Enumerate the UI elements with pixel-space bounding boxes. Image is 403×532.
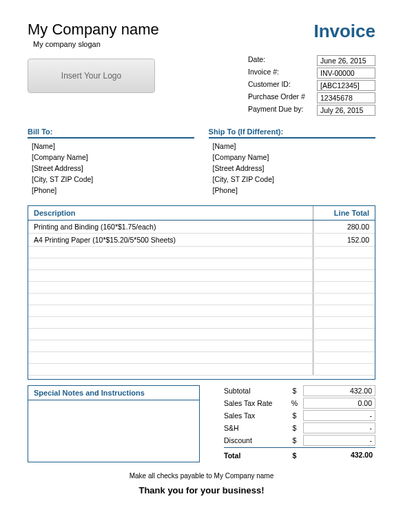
total-label: Total (224, 451, 286, 460)
subtotal-label: Subtotal (224, 387, 286, 395)
dollar-sign: $ (286, 411, 303, 420)
notes-title: Special Notes and Instructions (28, 386, 199, 400)
po-field[interactable]: 12345678 (317, 92, 375, 103)
salestax-value: - (303, 410, 375, 421)
discount-label: Discount (224, 436, 286, 444)
table-row[interactable] (28, 317, 375, 329)
percent-sign: % (286, 399, 303, 407)
bill-city[interactable]: [City, ST ZIP Code] (32, 175, 194, 183)
item-total: 152.00 (313, 234, 375, 246)
ship-company[interactable]: [Company Name] (213, 153, 375, 161)
company-name: My Company name (28, 21, 159, 39)
table-row[interactable] (28, 329, 375, 340)
item-description: A4 Printing Paper (10*$15.20/5*500 Sheet… (28, 234, 313, 246)
subtotal-value: 432.00 (303, 385, 375, 396)
date-label: Date: (248, 55, 317, 66)
ship-to-section: Ship To (If Different): [Name] [Company … (209, 127, 375, 197)
taxrate-value[interactable]: 0.00 (303, 398, 375, 409)
customer-id-label: Customer ID: (248, 80, 317, 91)
sh-value[interactable]: - (303, 422, 375, 433)
discount-value[interactable]: - (303, 435, 375, 446)
table-row[interactable] (28, 282, 375, 294)
bill-company[interactable]: [Company Name] (32, 153, 194, 161)
invoice-meta: Date:June 26, 2015 Invoice #:INV-00000 C… (248, 55, 375, 117)
bill-to-title: Bill To: (28, 127, 194, 139)
total-value: 432.00 (303, 450, 375, 461)
ship-to-title: Ship To (If Different): (209, 127, 375, 139)
invoice-number-label: Invoice #: (248, 68, 317, 79)
thank-you: Thank you for your business! (28, 485, 375, 495)
payable-note: Make all checks payable to My Company na… (28, 472, 375, 480)
item-total: 280.00 (313, 221, 375, 233)
table-row[interactable]: Printing and Binding (160*$1.75/each)280… (28, 221, 375, 234)
notes-body[interactable] (28, 400, 199, 459)
invoice-number-field[interactable]: INV-00000 (317, 68, 375, 79)
ship-street[interactable]: [Street Address] (213, 164, 375, 172)
ship-name[interactable]: [Name] (213, 142, 375, 150)
logo-placeholder[interactable]: Insert Your Logo (28, 59, 155, 93)
table-row[interactable]: A4 Printing Paper (10*$15.20/5*500 Sheet… (28, 234, 375, 247)
table-row[interactable] (28, 305, 375, 317)
bill-name[interactable]: [Name] (32, 142, 194, 150)
dollar-sign: $ (286, 387, 303, 395)
item-description: Printing and Binding (160*$1.75/each) (28, 221, 313, 233)
table-row[interactable] (28, 364, 375, 376)
line-total-header: Line Total (313, 206, 375, 220)
po-label: Purchase Order # (248, 92, 317, 103)
table-row[interactable] (28, 294, 375, 305)
payment-due-label: Payment Due by: (248, 105, 317, 116)
table-row[interactable] (28, 270, 375, 282)
table-row[interactable] (28, 258, 375, 270)
bill-to-section: Bill To: [Name] [Company Name] [Street A… (28, 127, 194, 197)
table-row[interactable] (28, 247, 375, 258)
totals-section: Subtotal$432.00 Sales Tax Rate%0.00 Sale… (224, 385, 375, 462)
company-slogan: My company slogan (33, 40, 159, 48)
customer-id-field[interactable]: [ABC12345] (317, 80, 375, 91)
dollar-sign: $ (286, 451, 303, 460)
dollar-sign: $ (286, 436, 303, 444)
sh-label: S&H (224, 424, 286, 432)
taxrate-label: Sales Tax Rate (224, 399, 286, 407)
payment-due-field[interactable]: July 26, 2015 (317, 105, 375, 116)
table-row[interactable] (28, 352, 375, 364)
bill-street[interactable]: [Street Address] (32, 164, 194, 172)
line-items-table: Description Line Total Printing and Bind… (28, 205, 375, 380)
ship-phone[interactable]: [Phone] (213, 186, 375, 194)
invoice-title: Invoice (313, 21, 375, 42)
ship-city[interactable]: [City, ST ZIP Code] (213, 175, 375, 183)
special-notes: Special Notes and Instructions (28, 385, 200, 462)
date-field[interactable]: June 26, 2015 (317, 55, 375, 66)
salestax-label: Sales Tax (224, 411, 286, 420)
description-header: Description (28, 206, 313, 220)
dollar-sign: $ (286, 424, 303, 432)
table-row[interactable] (28, 340, 375, 352)
bill-phone[interactable]: [Phone] (32, 186, 194, 194)
